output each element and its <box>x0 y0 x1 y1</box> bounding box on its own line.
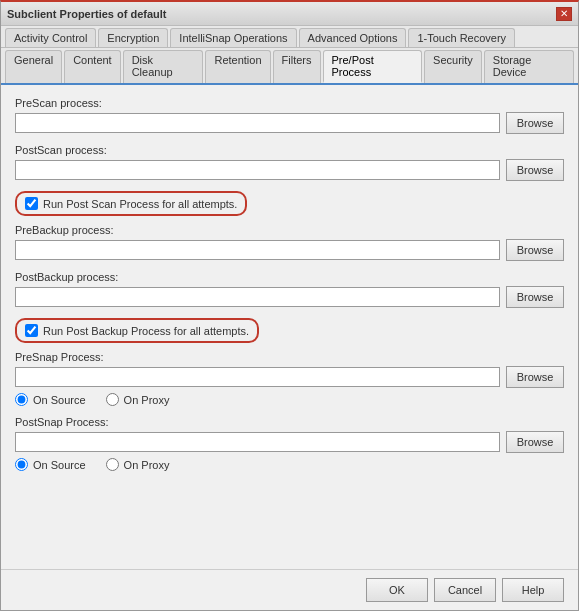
postsnap-onproxy-label: On Proxy <box>124 459 170 471</box>
postscan-group: PostScan process: Browse <box>15 144 564 181</box>
tab-advanced-options[interactable]: Advanced Options <box>299 28 407 47</box>
postsnap-label: PostSnap Process: <box>15 416 564 428</box>
postscan-input[interactable] <box>15 160 500 180</box>
tab-filters[interactable]: Filters <box>273 50 321 83</box>
postbackup-checkbox[interactable] <box>25 324 38 337</box>
tab-general[interactable]: General <box>5 50 62 83</box>
tab-encryption[interactable]: Encryption <box>98 28 168 47</box>
cancel-button[interactable]: Cancel <box>434 578 496 602</box>
postscan-checkbox[interactable] <box>25 197 38 210</box>
prescan-row: Browse <box>15 112 564 134</box>
presnap-onsource-option[interactable]: On Source <box>15 393 86 406</box>
window-title: Subclient Properties of default <box>7 8 167 20</box>
tab-1touch[interactable]: 1-Touch Recovery <box>408 28 515 47</box>
presnap-group: PreSnap Process: Browse On Source On Pro… <box>15 351 564 406</box>
postbackup-checkbox-label: Run Post Backup Process for all attempts… <box>43 325 249 337</box>
postsnap-group: PostSnap Process: Browse On Source On Pr… <box>15 416 564 471</box>
postbackup-group: PostBackup process: Browse <box>15 271 564 308</box>
tab-prepost[interactable]: Pre/Post Process <box>323 50 423 83</box>
prescan-label: PreScan process: <box>15 97 564 109</box>
tab-content[interactable]: Content <box>64 50 121 83</box>
postsnap-onsource-radio[interactable] <box>15 458 28 471</box>
postbackup-label: PostBackup process: <box>15 271 564 283</box>
close-button[interactable]: ✕ <box>556 7 572 21</box>
tab-security[interactable]: Security <box>424 50 482 83</box>
prebackup-group: PreBackup process: Browse <box>15 224 564 261</box>
prebackup-label: PreBackup process: <box>15 224 564 236</box>
presnap-browse-button[interactable]: Browse <box>506 366 564 388</box>
prescan-browse-button[interactable]: Browse <box>506 112 564 134</box>
prebackup-row: Browse <box>15 239 564 261</box>
postsnap-radio-row: On Source On Proxy <box>15 458 564 471</box>
tab-row-2: General Content Disk Cleanup Retention F… <box>1 48 578 85</box>
presnap-onproxy-option[interactable]: On Proxy <box>106 393 170 406</box>
postsnap-onsource-label: On Source <box>33 459 86 471</box>
postsnap-onsource-option[interactable]: On Source <box>15 458 86 471</box>
content-area: PreScan process: Browse PostScan process… <box>1 85 578 569</box>
postsnap-onproxy-option[interactable]: On Proxy <box>106 458 170 471</box>
prebackup-browse-button[interactable]: Browse <box>506 239 564 261</box>
postsnap-onproxy-radio[interactable] <box>106 458 119 471</box>
help-button[interactable]: Help <box>502 578 564 602</box>
postbackup-input[interactable] <box>15 287 500 307</box>
prescan-group: PreScan process: Browse <box>15 97 564 134</box>
postsnap-browse-button[interactable]: Browse <box>506 431 564 453</box>
tab-activity-control[interactable]: Activity Control <box>5 28 96 47</box>
footer: OK Cancel Help <box>1 569 578 610</box>
tab-retention[interactable]: Retention <box>205 50 270 83</box>
postscan-browse-button[interactable]: Browse <box>506 159 564 181</box>
presnap-onsource-radio[interactable] <box>15 393 28 406</box>
tab-storage-device[interactable]: Storage Device <box>484 50 574 83</box>
ok-button[interactable]: OK <box>366 578 428 602</box>
presnap-onproxy-radio[interactable] <box>106 393 119 406</box>
presnap-radio-row: On Source On Proxy <box>15 393 564 406</box>
postbackup-browse-button[interactable]: Browse <box>506 286 564 308</box>
postbackup-row: Browse <box>15 286 564 308</box>
tab-row-1: Activity Control Encryption IntelliSnap … <box>1 26 578 48</box>
title-bar: Subclient Properties of default ✕ <box>1 2 578 26</box>
tab-disk-cleanup[interactable]: Disk Cleanup <box>123 50 204 83</box>
presnap-onsource-label: On Source <box>33 394 86 406</box>
presnap-onproxy-label: On Proxy <box>124 394 170 406</box>
window: Subclient Properties of default ✕ Activi… <box>0 0 579 611</box>
prebackup-input[interactable] <box>15 240 500 260</box>
prescan-input[interactable] <box>15 113 500 133</box>
postscan-label: PostScan process: <box>15 144 564 156</box>
postscan-checkbox-label: Run Post Scan Process for all attempts. <box>43 198 237 210</box>
presnap-label: PreSnap Process: <box>15 351 564 363</box>
postsnap-row: Browse <box>15 431 564 453</box>
tab-intellisnap[interactable]: IntelliSnap Operations <box>170 28 296 47</box>
postbackup-checkbox-row: Run Post Backup Process for all attempts… <box>15 318 259 343</box>
presnap-input[interactable] <box>15 367 500 387</box>
presnap-row: Browse <box>15 366 564 388</box>
postscan-checkbox-row: Run Post Scan Process for all attempts. <box>15 191 247 216</box>
postscan-row: Browse <box>15 159 564 181</box>
postsnap-input[interactable] <box>15 432 500 452</box>
